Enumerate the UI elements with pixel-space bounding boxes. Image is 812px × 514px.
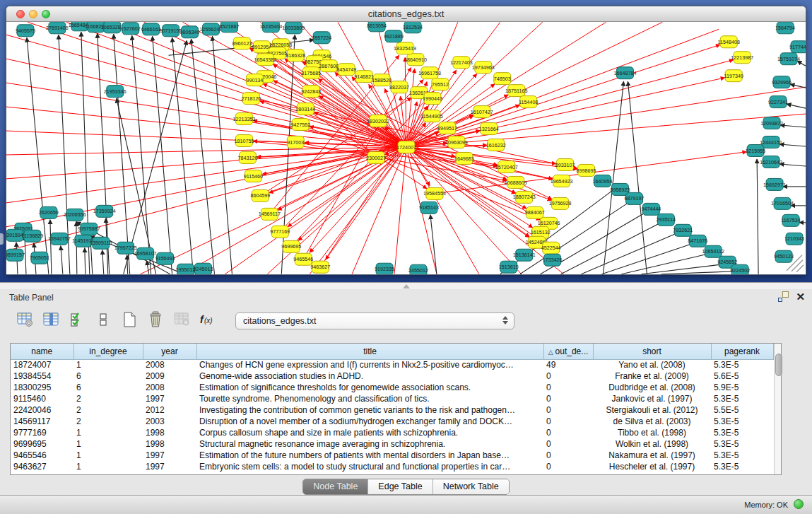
table-cell[interactable]: de Silva et al. (2003) bbox=[593, 416, 711, 427]
graph-node[interactable]: 19756928 bbox=[549, 197, 572, 209]
graph-node[interactable]: 2455012 bbox=[408, 264, 428, 274]
graph-node[interactable]: 6466163 bbox=[141, 23, 161, 35]
graph-node[interactable]: 18751165 bbox=[505, 85, 527, 97]
graph-node[interactable]: 9242848 bbox=[301, 86, 321, 98]
table-cell[interactable]: 2003 bbox=[143, 416, 196, 427]
graph-node[interactable]: 9921889 bbox=[384, 30, 404, 42]
split-divider-handle[interactable] bbox=[403, 284, 410, 288]
column-header-in_degree[interactable]: in_degree bbox=[73, 344, 143, 359]
graph-node[interactable]: 10654112 bbox=[702, 245, 724, 257]
graph-node[interactable]: 1167534 bbox=[781, 214, 800, 226]
graph-node[interactable]: 1564794 bbox=[775, 22, 795, 34]
graph-node[interactable]: 8813054 bbox=[367, 22, 387, 32]
graph-node[interactable]: 16033809 bbox=[282, 22, 305, 34]
graph-node[interactable]: 9146821 bbox=[354, 71, 374, 83]
graph-node[interactable]: 16961758 bbox=[418, 67, 441, 79]
float-panel-icon[interactable] bbox=[778, 291, 789, 302]
graph-node[interactable]: 19584554 bbox=[423, 187, 446, 199]
table-cell[interactable]: 18300295 bbox=[11, 382, 73, 393]
table-cell[interactable]: Dudbridge et al. (2008) bbox=[593, 382, 711, 393]
row-height-button[interactable] bbox=[93, 311, 114, 331]
table-cell[interactable]: 9777169 bbox=[11, 427, 73, 438]
table-cell[interactable]: 9463627 bbox=[11, 461, 73, 472]
table-cell[interactable]: 1 bbox=[73, 461, 143, 472]
table-cell[interactable]: Tourette syndrome. Phenomenology and cla… bbox=[196, 393, 543, 404]
graph-node[interactable]: 10963099 bbox=[445, 136, 468, 148]
graph-node[interactable]: 990134 bbox=[246, 74, 263, 86]
graph-node[interactable]: 7843120 bbox=[237, 151, 257, 163]
table-cell[interactable]: 5.3E-5 bbox=[711, 438, 773, 450]
table-cell[interactable]: 19384554 bbox=[11, 370, 73, 382]
graph-node[interactable]: 16210643 bbox=[760, 156, 782, 168]
graph-node[interactable]: 27691406 bbox=[46, 22, 69, 34]
table-cell[interactable]: 0 bbox=[543, 382, 593, 393]
graph-node[interactable]: 18807243 bbox=[513, 191, 536, 203]
column-header-out_de[interactable]: △out_de... bbox=[543, 344, 593, 359]
graph-node[interactable]: 6879197 bbox=[624, 192, 644, 204]
graph-node[interactable]: 1649683 bbox=[454, 152, 474, 164]
graph-node[interactable]: 1210343 bbox=[784, 233, 804, 245]
graph-node[interactable]: 8471676 bbox=[688, 235, 707, 247]
graph-node[interactable]: 748503 bbox=[494, 73, 511, 85]
table-cell[interactable]: Changes of HCN gene expression and I(f) … bbox=[196, 359, 543, 370]
table-cell[interactable]: 0 bbox=[543, 416, 593, 427]
table-cell[interactable]: 0 bbox=[543, 461, 593, 472]
graph-node[interactable]: 1527602 bbox=[121, 23, 141, 35]
graph-node[interactable]: 12213987 bbox=[731, 52, 753, 64]
tab-node-table[interactable]: Node Table bbox=[303, 479, 368, 494]
graph-node[interactable]: 12093872 bbox=[760, 117, 783, 129]
graph-node[interactable]: 8949517 bbox=[437, 122, 457, 134]
table-row[interactable]: 946362711997Embryonic stem cells: a mode… bbox=[11, 461, 773, 472]
show-columns-button[interactable] bbox=[40, 311, 61, 331]
graph-node[interactable]: 1733426 bbox=[543, 254, 563, 266]
graph-node[interactable]: 1955012 bbox=[176, 264, 196, 274]
close-traffic-light-icon[interactable] bbox=[16, 10, 25, 18]
graph-node[interactable]: 8454749 bbox=[336, 64, 356, 76]
table-cell[interactable]: 2 bbox=[73, 404, 143, 416]
table-cell[interactable]: 5.5E-5 bbox=[711, 404, 773, 416]
memory-indicator[interactable] bbox=[794, 499, 804, 509]
node-table[interactable]: namein_degreeyeartitle△out_de...shortpag… bbox=[11, 344, 774, 472]
table-cell[interactable]: Stergiakouli et al. (2012) bbox=[593, 404, 711, 416]
table-cell[interactable]: 1998 bbox=[143, 438, 196, 450]
table-cell[interactable]: 2008 bbox=[143, 359, 196, 370]
graph-node[interactable]: 2867608 bbox=[319, 60, 339, 72]
graph-node[interactable]: 1724007 bbox=[396, 141, 416, 153]
table-cell[interactable]: 6 bbox=[73, 370, 143, 382]
graph-node[interactable]: 9155493 bbox=[155, 252, 175, 264]
network-window[interactable]: citations_edges.txt 17240078960123891295… bbox=[6, 6, 806, 275]
tab-network-table[interactable]: Network Table bbox=[433, 479, 509, 494]
graph-node[interactable]: 16235404 bbox=[259, 22, 282, 33]
graph-node[interactable]: 16958107 bbox=[134, 247, 157, 259]
zoom-traffic-light-icon[interactable] bbox=[42, 10, 50, 18]
graph-node[interactable]: 9806340 bbox=[180, 26, 200, 38]
graph-node[interactable]: 391594 bbox=[6, 229, 23, 241]
graph-node[interactable]: 16543382 bbox=[254, 54, 276, 66]
graph-node[interactable]: 9899157 bbox=[6, 249, 25, 261]
graph-node[interactable]: 19654923 bbox=[551, 175, 573, 187]
graph-node[interactable]: 11548408 bbox=[717, 36, 739, 48]
graph-node[interactable]: 4522544 bbox=[541, 242, 561, 254]
table-cell[interactable]: Jankovic et al. (1997) bbox=[593, 393, 711, 404]
table-cell[interactable]: 5.9E-5 bbox=[711, 382, 773, 393]
graph-node[interactable]: 9699695 bbox=[281, 240, 301, 252]
graph-node[interactable]: 13942757 bbox=[48, 233, 71, 245]
graph-node[interactable]: 8998695 bbox=[577, 164, 596, 176]
graph-node[interactable]: 90975887 bbox=[78, 223, 100, 235]
table-cell[interactable]: 49 bbox=[543, 359, 593, 370]
table-cell[interactable]: 2009 bbox=[143, 370, 196, 382]
graph-node[interactable]: 9177443 bbox=[789, 41, 806, 53]
graph-node[interactable]: 18640910 bbox=[404, 54, 427, 66]
graph-node[interactable]: 12217403 bbox=[450, 57, 473, 69]
graph-node[interactable]: 2803144 bbox=[295, 103, 315, 115]
graph-node[interactable]: 10688609 bbox=[505, 176, 527, 188]
graph-node[interactable]: 11156829 bbox=[22, 230, 44, 242]
graph-node[interactable]: 2935114 bbox=[657, 214, 676, 226]
graph-node[interactable]: 7932621 bbox=[673, 224, 693, 236]
table-cell[interactable]: 1997 bbox=[143, 393, 196, 404]
graph-node[interactable]: 9427552 bbox=[290, 119, 310, 131]
graph-node[interactable]: 21953346 bbox=[104, 86, 126, 98]
table-cell[interactable]: Franke et al. (2009) bbox=[593, 370, 711, 382]
graph-node[interactable]: 1640954 bbox=[593, 175, 613, 187]
graph-node[interactable]: 8521887 bbox=[219, 22, 239, 33]
